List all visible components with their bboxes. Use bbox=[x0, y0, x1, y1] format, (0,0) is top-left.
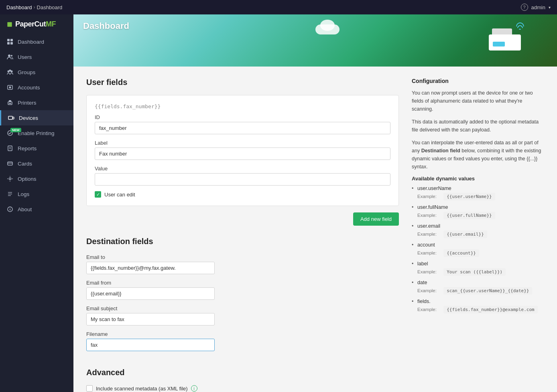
add-new-field-button[interactable]: Add new field bbox=[353, 212, 399, 226]
value-group: Value bbox=[95, 166, 390, 186]
printer-body bbox=[489, 34, 521, 51]
label-group: Label bbox=[95, 140, 390, 160]
sidebar-item-reports[interactable]: Reports bbox=[0, 141, 73, 156]
printers-icon bbox=[6, 99, 14, 106]
dv-name: account bbox=[412, 242, 544, 248]
dynamic-value-item: user.fullName Example: {{user.fullName}} bbox=[412, 204, 544, 219]
dv-example: {{user.userName}} bbox=[443, 193, 495, 200]
filename-group: Filename bbox=[86, 331, 399, 351]
dynamic-value-item: label Example: Your scan ({{label}}) bbox=[412, 261, 544, 276]
metadata-xml-checkbox[interactable] bbox=[86, 385, 93, 392]
advanced-section: Advanced Include scanned metadata (as XM… bbox=[86, 368, 399, 392]
field-template-label: {{fields.fax_number}} bbox=[95, 103, 390, 109]
sidebar-item-options[interactable]: Options bbox=[0, 171, 73, 186]
dv-example-label: Example: bbox=[417, 269, 438, 274]
sidebar-label-options: Options bbox=[18, 176, 37, 182]
value-input[interactable] bbox=[95, 173, 390, 186]
dynamic-values-title: Available dynamic values bbox=[412, 176, 544, 182]
accounts-icon bbox=[6, 84, 14, 91]
form-area: User fields {{fields.fax_number}} ID Lab… bbox=[86, 78, 399, 392]
svg-rect-0 bbox=[7, 39, 10, 41]
id-group: ID bbox=[95, 114, 390, 134]
email-from-label: Email from bbox=[86, 280, 399, 286]
dv-example: {{user.fullName}} bbox=[443, 212, 495, 219]
sidebar-item-enable-printing[interactable]: NEW Enable Printing bbox=[0, 125, 73, 141]
sidebar-label-devices: Devices bbox=[19, 115, 38, 121]
email-to-group: Email to bbox=[86, 254, 399, 274]
wifi-icon bbox=[514, 22, 525, 31]
filename-input[interactable] bbox=[86, 339, 215, 351]
sidebar-item-accounts[interactable]: Accounts bbox=[0, 80, 73, 95]
svg-rect-13 bbox=[9, 103, 11, 104]
cards-icon bbox=[6, 160, 14, 167]
help-icon[interactable]: ? bbox=[521, 4, 528, 11]
breadcrumb-item-1[interactable]: Dashboard bbox=[6, 4, 32, 10]
metadata-xml-row: Include scanned metadata (as XML file) i bbox=[86, 385, 399, 392]
config-para3: You can interpolate the user-entered dat… bbox=[412, 139, 544, 171]
email-from-group: Email from bbox=[86, 280, 399, 300]
label-input[interactable] bbox=[95, 148, 390, 160]
config-para3-strong: Destination field bbox=[421, 148, 460, 154]
admin-menu[interactable]: ? admin ▾ bbox=[521, 4, 551, 11]
svg-rect-17 bbox=[8, 146, 12, 151]
sidebar-item-users[interactable]: Users bbox=[0, 49, 73, 65]
sidebar-item-groups[interactable]: Groups bbox=[0, 65, 73, 80]
sidebar-label-groups: Groups bbox=[18, 69, 35, 75]
id-input[interactable] bbox=[95, 122, 390, 134]
svg-rect-20 bbox=[8, 162, 12, 165]
admin-chevron-icon: ▾ bbox=[549, 5, 551, 10]
filename-label: Filename bbox=[86, 331, 399, 337]
dv-name: user.userName bbox=[412, 186, 544, 191]
sidebar-item-printers[interactable]: Printers bbox=[0, 95, 73, 110]
admin-label: admin bbox=[531, 4, 545, 10]
metadata-xml-info-icon[interactable]: i bbox=[191, 385, 197, 392]
hero-title: Dashboard bbox=[83, 21, 129, 31]
new-badge: NEW bbox=[10, 128, 21, 132]
dashboard-icon bbox=[6, 38, 14, 45]
logo-leaf-icon bbox=[5, 20, 14, 29]
value-label: Value bbox=[95, 166, 390, 172]
sidebar-item-about[interactable]: About bbox=[0, 202, 73, 217]
dynamic-value-item: date Example: scan_{{user.userName}}_{{d… bbox=[412, 280, 544, 295]
sidebar-item-dashboard[interactable]: Dashboard bbox=[0, 34, 73, 49]
dv-name: date bbox=[412, 280, 544, 285]
metadata-xml-label: Include scanned metadata (as XML file) bbox=[96, 386, 188, 392]
email-to-input[interactable] bbox=[86, 262, 215, 274]
main-content: Dashboard bbox=[73, 14, 557, 392]
dv-name: user.email bbox=[412, 223, 544, 229]
add-field-row: Add new field bbox=[86, 212, 399, 226]
dv-example: scan_{{user.userName}}_{{date}} bbox=[443, 287, 532, 295]
groups-icon bbox=[6, 69, 14, 76]
svg-point-10 bbox=[9, 87, 11, 89]
email-from-input[interactable] bbox=[86, 287, 215, 300]
dv-name: user.fullName bbox=[412, 204, 544, 210]
svg-point-28 bbox=[10, 208, 10, 208]
id-label: ID bbox=[95, 114, 390, 120]
sidebar-item-cards[interactable]: Cards bbox=[0, 156, 73, 171]
dv-example: {{account}} bbox=[443, 249, 479, 257]
label-label: Label bbox=[95, 140, 390, 146]
svg-rect-3 bbox=[10, 42, 13, 44]
svg-point-5 bbox=[11, 55, 12, 57]
sidebar-item-devices[interactable]: Devices bbox=[0, 110, 73, 125]
user-can-edit-checkbox[interactable] bbox=[95, 191, 101, 198]
dv-example: {{fields.fax_number}}@example.com bbox=[443, 306, 538, 313]
breadcrumb: Dashboard › Dashboard bbox=[6, 4, 62, 10]
sidebar-label-users: Users bbox=[18, 54, 32, 60]
dv-example-label: Example: bbox=[417, 194, 438, 199]
dynamic-value-item: fields. Example: {{fields.fax_number}}@e… bbox=[412, 299, 544, 313]
sidebar-item-logs[interactable]: Logs bbox=[0, 186, 73, 202]
sidebar-label-enable-printing: Enable Printing bbox=[18, 130, 55, 136]
user-fields-section: User fields {{fields.fax_number}} ID Lab… bbox=[86, 78, 399, 226]
dv-example-label: Example: bbox=[417, 288, 438, 293]
breadcrumb-separator: › bbox=[34, 4, 35, 10]
advanced-title: Advanced bbox=[86, 368, 399, 377]
email-subject-input[interactable] bbox=[86, 313, 215, 325]
config-panel: Configuration You can now prompt users a… bbox=[412, 78, 544, 392]
destination-fields-list: Email to Email from Email subject bbox=[86, 254, 399, 357]
cloud-decoration bbox=[315, 24, 339, 34]
user-fields-title: User fields bbox=[86, 78, 399, 87]
dv-example: Your scan ({{label}}) bbox=[443, 268, 506, 276]
dv-name: fields. bbox=[412, 299, 544, 304]
reports-icon bbox=[6, 145, 14, 152]
